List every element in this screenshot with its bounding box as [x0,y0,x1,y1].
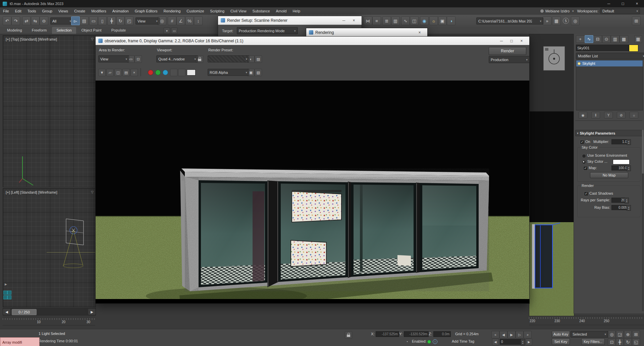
z-coordinate-field[interactable]: 0.0m [433,331,451,337]
menu-animation[interactable]: Animation [109,7,132,15]
monochrome-toggle[interactable] [178,69,185,76]
clone-rfw-icon[interactable]: ◫ [114,69,122,76]
color-swatch-save-icon[interactable]: ▣ [247,69,255,76]
clear-color-swatch[interactable] [187,69,196,76]
save-image-icon[interactable]: ▼ [98,69,106,76]
toolbar-extra-button[interactable]: ⊞ [632,16,641,25]
spinner-snap-toggle[interactable]: ↕ [194,16,203,25]
redo-button[interactable]: ↷ [11,16,20,25]
render-button[interactable]: Render [489,47,526,55]
green-channel-toggle[interactable] [155,70,161,75]
angle-snap-toggle[interactable]: ∠ [176,16,185,25]
minimize-window-button[interactable]: ─ [602,0,616,7]
red-channel-toggle[interactable] [148,70,153,75]
ribbon-toggle-button[interactable]: ▥ [391,16,400,25]
multiplier-field[interactable]: 1.0 [611,139,628,144]
show-end-result-icon[interactable]: ‖ [591,112,600,118]
hierarchy-tab-icon[interactable]: ⊟ [593,35,602,43]
scene-explorer-button[interactable]: ▦ [552,16,561,25]
viewport-top-label[interactable]: [+] [Top] [Standard] [Wireframe] [6,37,57,41]
mirror-button[interactable]: ⋈ [364,16,372,25]
y-coordinate-field[interactable]: -1320.529m [404,331,429,337]
menu-help[interactable]: Help [289,7,303,15]
window-crossing-toggle[interactable]: ▯ [98,16,107,25]
toolbar-overflow-button[interactable]: » [543,16,551,25]
current-frame-field[interactable]: 0 [500,339,523,345]
select-and-scale-button[interactable]: ◰ [125,16,133,25]
isolate-selection-icon[interactable]: ◎ [608,331,616,338]
info-icon[interactable]: i [433,339,437,344]
ribbon-tab-selection[interactable]: Selection [52,27,76,34]
menu-customize[interactable]: Customize [183,7,207,15]
rfw-title-bar[interactable]: observadoe, frame 0, Display Gamma: 2.2,… [96,37,529,45]
environment-icon[interactable]: ◐ [247,55,255,63]
no-map-button[interactable]: No Map [590,172,628,178]
frame-back-button[interactable]: ◀ [492,339,499,345]
close-window-button[interactable]: × [630,0,644,7]
align-button[interactable]: ≡ [372,16,381,25]
alpha-channel-toggle[interactable] [170,69,177,76]
menu-views[interactable]: Views [55,7,71,15]
ray-bias-spinner[interactable]: ▴▾ [627,205,631,211]
menu-tools[interactable]: Tools [24,7,39,15]
current-frame-spinner[interactable]: ▴▾ [521,339,525,345]
zoom-icon[interactable]: ⊕ [624,331,632,338]
use-scene-environment-radio[interactable] [582,154,586,158]
configure-modifier-sets-icon[interactable]: ☼ [630,112,638,118]
render-preset-dropdown[interactable]: ▾ [208,55,249,62]
material-editor-button[interactable]: ◉ [420,16,429,25]
modify-tab-icon[interactable]: ∿ [585,35,593,43]
track-bar-right[interactable]: 220 230 240 250 [529,316,644,325]
orbit-icon[interactable]: ↻ [624,338,632,346]
sky-color-radio[interactable] [582,160,586,164]
create-tab-icon[interactable]: + [576,35,585,43]
viewport-degradation-icon[interactable]: ▽ [91,37,94,41]
maximize-window-button[interactable]: □ [616,0,630,7]
render-production-button[interactable]: ◑ [447,16,455,25]
menu-create[interactable]: Create [71,7,88,15]
render-setup-title-bar[interactable]: Render Setup: Scanline Renderer ─ × [218,16,362,25]
time-slider-handle[interactable]: 0 / 250 [12,309,37,315]
x-coordinate-field[interactable]: -137.525m [376,331,399,337]
rays-per-sample-spinner[interactable]: ▴▾ [625,198,629,203]
offset-mode-icon[interactable]: ◲ [616,331,624,338]
time-slider-track[interactable]: 0 / 250 [10,309,88,315]
undo-button[interactable]: ↶ [3,16,11,25]
channel-display-dropdown[interactable]: RGB Alpha▾ [208,69,249,76]
viewport-degradation-icon[interactable]: ▽ [91,190,94,194]
exposure-icon[interactable]: ▨ [255,55,262,63]
bind-to-space-warp-button[interactable]: ⊖ [40,16,48,25]
auto-key-button[interactable]: Auto Key [552,331,570,338]
previous-frame-button[interactable]: ◀ [499,331,507,338]
unlink-selection-button[interactable]: ⇆ [31,16,40,25]
menu-arnold[interactable]: Arnold [273,7,290,15]
use-center-button[interactable]: ◎ [158,16,166,25]
rays-per-sample-field[interactable]: 20 [611,198,626,203]
panel-scrollbar-track[interactable] [642,130,644,311]
ribbon-tab-populate[interactable]: Populate [107,27,130,34]
rendering-dialog-title-bar[interactable]: Rendering × [306,28,427,37]
menu-group[interactable]: Group [39,7,55,15]
cast-shadows-checkbox[interactable]: ✓ [584,192,588,196]
schematic-view-button[interactable]: ◫ [410,16,419,25]
ray-bias-field[interactable]: 0.005 [611,205,628,210]
motion-tab-icon[interactable]: ⊙ [602,35,611,43]
viewport-top[interactable]: [+] [Top] [Standard] [Wireframe] ▽ [3,35,96,187]
pin-stack-icon[interactable]: ◉ [579,112,587,118]
ribbon-state-dropdown-icon[interactable]: ▾ [164,28,170,34]
frame-forward-button[interactable]: ▶ [526,339,532,345]
close-dialog-button[interactable]: × [349,16,359,24]
track-bar-left[interactable]: 10 20 30 [3,317,95,326]
zoom-all-icon[interactable]: ⊞ [632,331,640,338]
layer-manager-button[interactable]: ≣ [382,16,391,25]
reference-coordinate-dropdown[interactable]: View▾ [136,17,160,24]
gamma-icon[interactable]: ▧ [255,69,262,76]
map-amount-spinner[interactable]: ▴▾ [627,165,631,171]
menu-edit[interactable]: Edit [12,7,24,15]
go-to-start-button[interactable]: « [491,331,499,338]
project-path-dropdown[interactable]: C:\Users\al7161...ts\3ds Max 202▾ [476,17,543,24]
key-filters-button[interactable]: Key Filters... [581,338,605,345]
next-frame-button[interactable]: ▷ [516,331,524,338]
selection-region-button[interactable]: ▭ [89,16,98,25]
ribbon-pin-icon[interactable]: ▭ [171,28,177,34]
